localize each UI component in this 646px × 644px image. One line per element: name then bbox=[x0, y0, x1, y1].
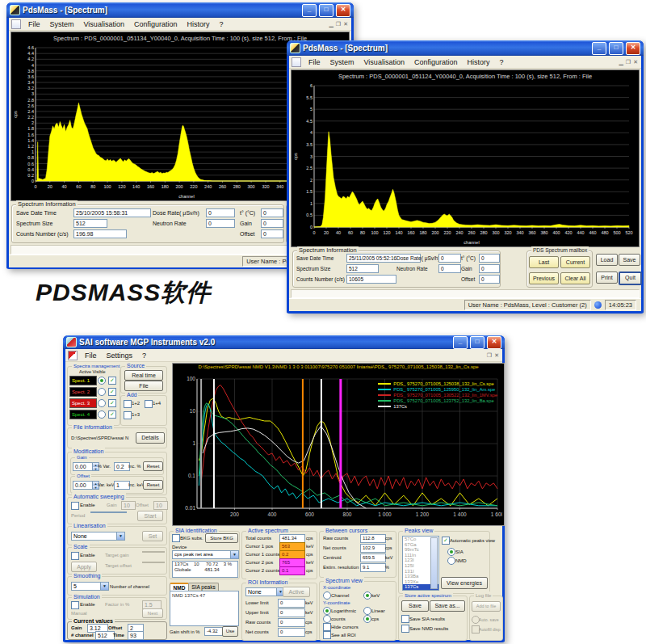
gain-value[interactable]: 0 bbox=[261, 219, 283, 228]
close-button[interactable]: ✕ bbox=[626, 42, 640, 55]
automatic-peaks-checkbox[interactable]: ✓ bbox=[442, 537, 450, 545]
lower-limit-value[interactable]: 0 bbox=[278, 599, 305, 608]
sweeping-enable-checkbox[interactable] bbox=[71, 502, 79, 510]
linearisation-select[interactable]: None bbox=[71, 532, 125, 541]
current-button[interactable]: Current bbox=[560, 256, 590, 268]
menu-system[interactable]: System bbox=[325, 58, 359, 66]
temp-value[interactable]: 0 bbox=[261, 208, 283, 217]
previous-button[interactable]: Previous bbox=[529, 272, 559, 284]
maximize-button[interactable]: □ bbox=[470, 336, 484, 349]
gain-spinner[interactable]: 0.00 bbox=[73, 462, 99, 471]
gain-shift-value[interactable]: -4.32 bbox=[204, 627, 223, 636]
view-energies-button[interactable]: View energies bbox=[441, 577, 488, 589]
menu-help[interactable]: ? bbox=[214, 20, 228, 28]
offset-value[interactable]: 0 bbox=[479, 275, 500, 284]
titlebar[interactable]: PdsMass - [Spectrum] _ □ ✕ bbox=[287, 40, 644, 56]
spect4-active-radio[interactable] bbox=[98, 410, 106, 419]
save-nmd-checkbox[interactable] bbox=[401, 625, 409, 633]
use-button[interactable]: Use bbox=[222, 626, 238, 637]
peaks-listbox[interactable]: 57Co 67Ga 99mTc 111In 123I 125I 131I 133… bbox=[402, 536, 439, 591]
menu-configuration[interactable]: Configuration bbox=[409, 58, 463, 66]
cps-radio[interactable] bbox=[363, 615, 371, 623]
see-all-roi-checkbox[interactable] bbox=[323, 631, 331, 639]
child-window-controls[interactable]: ❐✕ bbox=[487, 352, 501, 359]
menu-configuration[interactable]: Configuration bbox=[129, 20, 182, 28]
quit-button[interactable]: Quit bbox=[619, 271, 642, 285]
spect2-active-radio[interactable] bbox=[98, 388, 106, 396]
minimize-button[interactable]: _ bbox=[453, 336, 468, 349]
maximize-button[interactable]: □ bbox=[319, 4, 333, 17]
dose-rate-value[interactable]: 0 bbox=[438, 254, 461, 263]
add-1p4-checkbox[interactable] bbox=[145, 400, 153, 408]
offset-spinner[interactable]: 0.00 bbox=[73, 481, 99, 490]
spect3-visible-checkbox[interactable]: ✓ bbox=[108, 399, 116, 407]
real-time-button[interactable]: Real time bbox=[124, 370, 163, 381]
child-window-controls[interactable]: ▁❐✕ bbox=[329, 21, 350, 27]
offset-reset-button[interactable]: Reset bbox=[143, 480, 163, 490]
minimize-button[interactable]: _ bbox=[592, 42, 606, 55]
save-button[interactable]: Save bbox=[619, 254, 640, 266]
smoothing-select[interactable]: 5 bbox=[71, 582, 109, 591]
device-select[interactable]: cps peak net area bbox=[172, 550, 239, 559]
nmd-radio[interactable] bbox=[447, 557, 455, 565]
dose-rate-value[interactable]: 0 bbox=[206, 208, 235, 217]
spectrum-size-value[interactable]: 512 bbox=[73, 219, 107, 228]
gain-reset-button[interactable]: Reset bbox=[143, 461, 163, 471]
details-button[interactable]: Details bbox=[136, 432, 165, 444]
clear-all-button[interactable]: Clear All bbox=[560, 272, 590, 284]
scale-enable-checkbox[interactable] bbox=[71, 552, 79, 560]
menu-history[interactable]: History bbox=[462, 58, 494, 66]
gain-inc-value[interactable]: 0.2 bbox=[114, 462, 130, 471]
last-button[interactable]: Last bbox=[529, 256, 559, 268]
counts-number-value[interactable]: 196.98 bbox=[73, 229, 127, 238]
store-bkg-button[interactable]: Store BKG bbox=[205, 533, 238, 543]
menu-visualisation[interactable]: Visualisation bbox=[359, 58, 409, 66]
neutron-rate-value[interactable]: 0 bbox=[206, 219, 235, 228]
add-1p3-checkbox[interactable] bbox=[124, 411, 132, 419]
add-1p2-checkbox[interactable] bbox=[124, 400, 132, 408]
menu-visualisation[interactable]: Visualisation bbox=[79, 20, 129, 28]
print-button[interactable]: Print bbox=[596, 271, 618, 284]
menu-history[interactable]: History bbox=[182, 20, 214, 28]
titlebar[interactable]: PdsMass - [Spectrum] _ □ ✕ bbox=[6, 2, 354, 18]
save-as-button[interactable]: Save as... bbox=[430, 600, 465, 612]
spectrum-size-value[interactable]: 512 bbox=[346, 264, 379, 273]
upper-limit-value[interactable]: 0 bbox=[278, 608, 305, 617]
logarithmic-radio[interactable] bbox=[323, 607, 331, 615]
close-button[interactable]: ✕ bbox=[336, 4, 350, 17]
neutron-rate-value[interactable]: 0 bbox=[438, 264, 461, 273]
menu-help[interactable]: ? bbox=[494, 58, 508, 66]
hide-cursors-checkbox[interactable] bbox=[323, 623, 331, 631]
spect1-visible-checkbox[interactable]: ✓ bbox=[108, 377, 116, 385]
spect1-active-radio[interactable] bbox=[98, 377, 106, 385]
offset-value[interactable]: 0 bbox=[261, 229, 283, 238]
spect2-visible-checkbox[interactable]: ✓ bbox=[108, 388, 116, 396]
roi-select[interactable]: None bbox=[245, 587, 285, 596]
menu-help[interactable]: ? bbox=[137, 351, 151, 360]
menu-settings[interactable]: Settings bbox=[102, 351, 138, 360]
kev-radio[interactable] bbox=[363, 591, 371, 600]
temp-value[interactable]: 0 bbox=[479, 254, 500, 263]
spect3-active-radio[interactable] bbox=[98, 399, 106, 407]
close-button[interactable]: ✕ bbox=[487, 336, 501, 349]
maximize-button[interactable]: □ bbox=[609, 42, 623, 55]
offset-inc-value[interactable]: 1 bbox=[114, 481, 130, 490]
simulation-enable-checkbox[interactable] bbox=[71, 601, 79, 609]
sia-radio[interactable] bbox=[447, 548, 455, 556]
menu-file[interactable]: File bbox=[304, 58, 325, 66]
linear-radio[interactable] bbox=[363, 607, 371, 615]
bkg-subs-checkbox[interactable] bbox=[172, 534, 180, 542]
menu-file[interactable]: File bbox=[23, 20, 45, 28]
sia-results-list[interactable]: 137Cs 10 70.72 3 % Globale 481.34 bbox=[172, 561, 238, 578]
child-window-controls[interactable]: ▁❐✕ bbox=[619, 59, 640, 65]
titlebar[interactable]: SAI software MGP Instruments v2.0 _ □ ✕ bbox=[63, 335, 505, 349]
file-button[interactable]: File bbox=[124, 381, 163, 391]
counts-radio[interactable] bbox=[323, 615, 331, 623]
spect4-visible-checkbox[interactable]: ✓ bbox=[108, 410, 116, 419]
counts-number-value[interactable]: 10605 bbox=[346, 275, 396, 284]
load-button[interactable]: Load bbox=[596, 254, 618, 266]
gain-value[interactable]: 0 bbox=[479, 264, 500, 273]
channel-radio[interactable] bbox=[323, 591, 331, 600]
minimize-button[interactable]: _ bbox=[302, 4, 317, 17]
menu-system[interactable]: System bbox=[45, 20, 79, 28]
